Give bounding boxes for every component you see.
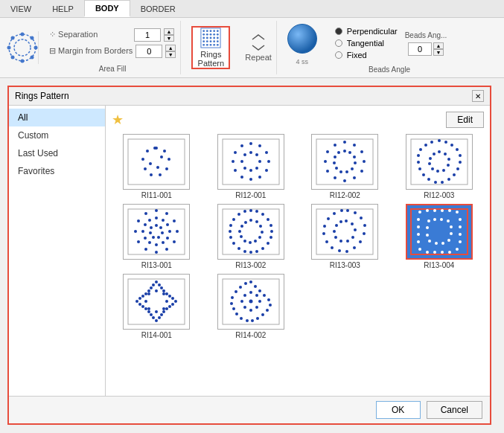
- svg-point-119: [442, 169, 445, 172]
- svg-point-201: [325, 240, 328, 243]
- sidebar-item-favorites[interactable]: Favorites: [9, 162, 105, 180]
- svg-point-254: [162, 289, 165, 292]
- svg-point-253: [160, 286, 163, 289]
- sidebar-item-custom[interactable]: Custom: [9, 126, 105, 144]
- svg-point-264: [158, 316, 161, 319]
- cancel-button[interactable]: Cancel: [427, 401, 482, 419]
- list-item[interactable]: RI13-004: [395, 204, 485, 269]
- pattern-thumb-ri13-002[interactable]: [217, 204, 284, 260]
- pattern-thumb-ri12-001[interactable]: [217, 134, 284, 190]
- list-item[interactable]: RI12-002: [300, 134, 390, 199]
- pattern-thumb-ri12-003[interactable]: [406, 134, 473, 190]
- pattern-thumb-ri13-004[interactable]: [406, 204, 473, 260]
- body-icon-section: [6, 31, 39, 64]
- separation-row: ⁘ Separation 1 ▲ ▼: [49, 28, 176, 42]
- svg-point-225: [459, 225, 462, 228]
- pattern-thumb-ri14-001[interactable]: [123, 274, 190, 330]
- svg-point-56: [258, 176, 261, 179]
- svg-point-198: [345, 250, 348, 253]
- tab-help[interactable]: HELP: [42, 0, 84, 17]
- perpendicular-row: Perpendicular: [335, 27, 398, 36]
- list-item[interactable]: RI11-001: [112, 134, 202, 199]
- list-item[interactable]: RI14-001: [112, 274, 202, 339]
- svg-point-15: [217, 30, 219, 32]
- sidebar-item-last-used[interactable]: Last Used: [9, 144, 105, 162]
- favorites-star-icon[interactable]: ★: [112, 112, 124, 128]
- svg-point-61: [234, 151, 237, 154]
- list-item[interactable]: RI13-001: [112, 204, 202, 269]
- svg-point-136: [137, 219, 140, 222]
- svg-point-312: [243, 306, 246, 309]
- pattern-thumb-ri12-002[interactable]: [311, 134, 378, 190]
- svg-point-200: [331, 246, 334, 249]
- svg-point-249: [426, 226, 429, 229]
- list-item[interactable]: RI13-002: [206, 204, 296, 269]
- svg-point-184: [249, 241, 252, 244]
- svg-point-142: [166, 237, 169, 240]
- pattern-thumb-ri13-003[interactable]: [311, 204, 378, 260]
- dialog-body: All Custom Last Used Favorites ★ Edit: [9, 106, 490, 396]
- pattern-name-ri12-003: RI12-003: [424, 191, 454, 199]
- svg-point-177: [243, 210, 246, 213]
- svg-point-283: [162, 292, 165, 295]
- svg-point-235: [417, 233, 420, 236]
- svg-point-147: [141, 230, 144, 233]
- list-item[interactable]: RI14-002: [206, 274, 296, 339]
- svg-point-313: [240, 300, 243, 303]
- svg-point-266: [152, 316, 155, 319]
- svg-point-213: [334, 236, 337, 239]
- svg-point-146: [144, 237, 147, 240]
- separation-margin-section: ⁘ Separation 1 ▲ ▼ ⊟ Margin from Borders…: [45, 21, 181, 74]
- list-item[interactable]: RI12-001: [206, 134, 296, 199]
- svg-point-5: [30, 56, 34, 60]
- dialog-close-button[interactable]: ✕: [472, 90, 484, 102]
- edit-button[interactable]: Edit: [446, 112, 484, 128]
- svg-point-30: [217, 40, 219, 42]
- svg-point-108: [422, 173, 425, 176]
- svg-point-153: [157, 236, 160, 239]
- pattern-svg-ri12-002: [315, 138, 374, 186]
- list-item[interactable]: RI12-003: [395, 134, 485, 199]
- separation-up[interactable]: ▲: [164, 28, 174, 35]
- pattern-thumb-ri14-002[interactable]: [217, 274, 284, 330]
- svg-point-53: [265, 151, 268, 154]
- pattern-thumb-ri11-001[interactable]: [123, 134, 190, 190]
- sidebar-item-all[interactable]: All: [9, 109, 105, 126]
- separation-down[interactable]: ▼: [164, 35, 174, 42]
- pattern-name-ri13-003: RI13-003: [330, 261, 360, 269]
- svg-point-138: [155, 216, 158, 219]
- svg-point-162: [269, 224, 272, 227]
- tab-view[interactable]: VIEW: [0, 0, 42, 17]
- svg-point-109: [418, 167, 421, 170]
- angle-down[interactable]: ▼: [433, 49, 444, 56]
- ok-button[interactable]: OK: [376, 401, 421, 419]
- svg-point-134: [137, 240, 140, 243]
- angle-up[interactable]: ▲: [433, 42, 444, 49]
- pattern-button[interactable]: Rings Pattern: [191, 26, 230, 69]
- margin-row: ⊟ Margin from Borders 0 ▲ ▼: [49, 45, 176, 58]
- margin-down[interactable]: ▼: [165, 51, 176, 58]
- beads-angle-section: Perpendicular Tangential Fixed Beads Ang…: [328, 21, 452, 74]
- svg-point-199: [338, 249, 341, 252]
- beads-angle-input[interactable]: [408, 42, 432, 56]
- tab-border[interactable]: BORDER: [130, 0, 186, 17]
- pattern-name-ri13-004: RI13-004: [424, 261, 454, 269]
- svg-point-180: [259, 225, 262, 228]
- svg-point-205: [333, 212, 336, 215]
- separation-input[interactable]: 1: [134, 28, 161, 42]
- main-area: Rings Pattern ✕ All Custom Last Used Fav…: [0, 78, 504, 432]
- svg-point-6: [20, 60, 24, 63]
- svg-point-308: [255, 294, 258, 297]
- margin-up[interactable]: ▲: [165, 45, 176, 51]
- pattern-thumb-ri13-001[interactable]: [123, 204, 190, 260]
- pattern-svg-ri14-001: [127, 278, 186, 326]
- list-item[interactable]: RI13-003: [300, 204, 390, 269]
- margin-input[interactable]: 0: [135, 45, 162, 58]
- pattern-grid: RI11-001: [112, 134, 484, 339]
- svg-point-193: [360, 216, 363, 219]
- svg-point-22: [206, 37, 208, 39]
- svg-point-284: [162, 307, 165, 310]
- tab-body[interactable]: BODY: [84, 0, 130, 17]
- svg-point-102: [456, 167, 459, 170]
- svg-point-67: [249, 169, 252, 172]
